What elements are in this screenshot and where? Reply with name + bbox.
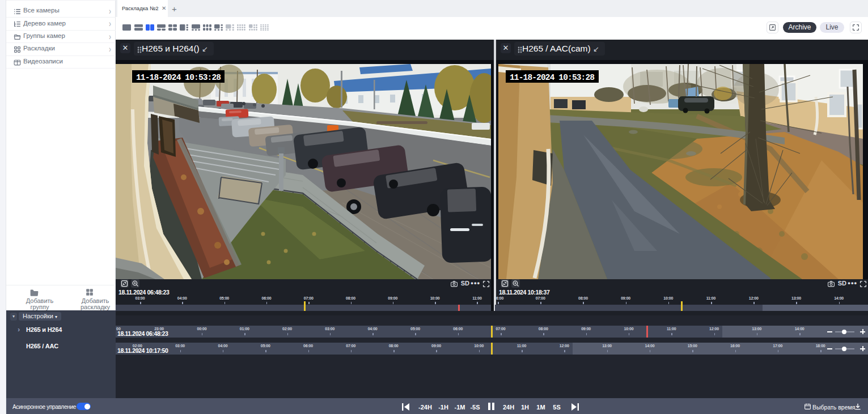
svg-text:11-18-2024 10:53:28: 11-18-2024 10:53:28	[510, 73, 595, 82]
svg-text:11-18-2024 10:53:28: 11-18-2024 10:53:28	[136, 73, 221, 82]
